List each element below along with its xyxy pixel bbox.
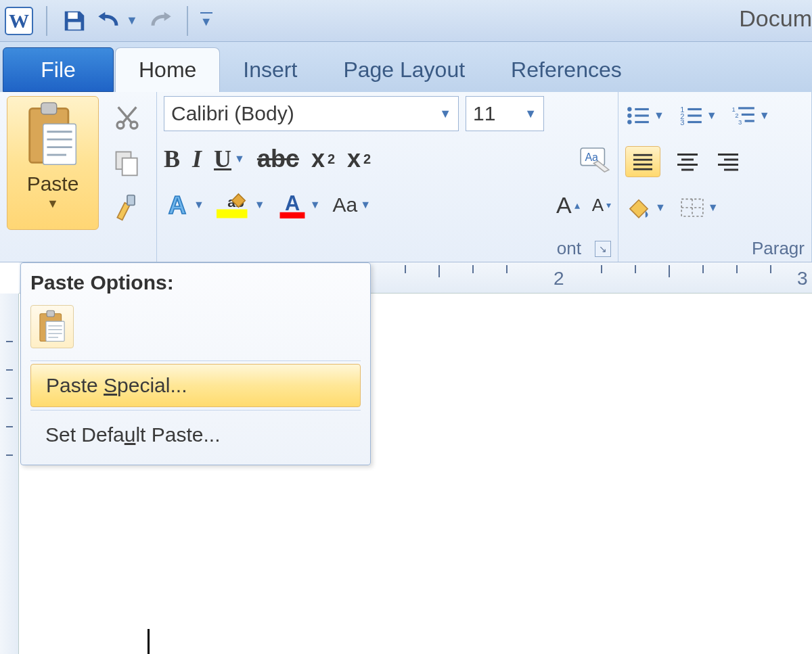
menu-divider	[30, 410, 361, 411]
copy-button[interactable]	[108, 144, 146, 182]
vertical-ruler[interactable]	[0, 294, 19, 654]
font-name-value: Calibri (Body)	[171, 102, 294, 125]
grow-font-button[interactable]: A▴	[556, 192, 580, 218]
font-color-button[interactable]: A▼	[277, 191, 321, 218]
svg-rect-15	[127, 195, 135, 206]
bullets-button[interactable]: ▼	[625, 104, 664, 127]
tab-file[interactable]: File	[3, 47, 114, 92]
separator	[187, 6, 188, 36]
paste-options-title: Paste Options:	[30, 271, 361, 294]
save-button[interactable]	[60, 6, 89, 36]
superscript-button[interactable]: x2	[347, 145, 371, 173]
svg-text:A: A	[168, 191, 186, 218]
group-paragraph: ▼ 123▼ 123▼ ▼ ▼	[618, 92, 812, 262]
svg-text:A: A	[285, 191, 300, 215]
ribbon-tab-strip: File Home Insert Page Layout References	[0, 42, 812, 92]
paintbrush-icon	[112, 193, 142, 223]
svg-point-27	[627, 120, 631, 124]
eraser-icon: Aa	[579, 145, 611, 172]
text-effects-button[interactable]: A▼	[164, 191, 204, 218]
paste-option-keep-text[interactable]	[30, 305, 74, 348]
align-right-button[interactable]	[715, 151, 742, 172]
ribbon: Paste ▼ Calibri (Body) ▼	[0, 92, 812, 262]
scissors-icon	[114, 105, 141, 132]
font-size-combo[interactable]: 11 ▼	[466, 96, 544, 131]
svg-rect-2	[68, 12, 78, 18]
svg-rect-57	[47, 310, 54, 317]
group-clipboard: Paste ▼	[0, 92, 157, 262]
menu-item-paste-special[interactable]: Paste Special...	[30, 364, 361, 407]
menu-item-label: Paste Special...	[46, 374, 187, 397]
tab-home[interactable]: Home	[115, 47, 220, 92]
highlight-button[interactable]: ab▼	[217, 191, 265, 218]
borders-icon	[679, 196, 705, 219]
tab-page-layout[interactable]: Page Layout	[320, 47, 488, 92]
clipboard-small-icon	[37, 309, 68, 344]
text-effects-icon: A	[164, 191, 191, 218]
paste-dropdown-icon[interactable]: ▼	[47, 197, 59, 211]
strikethrough-button[interactable]: abc	[257, 145, 299, 173]
svg-rect-22	[279, 212, 304, 218]
svg-rect-58	[46, 321, 64, 341]
paste-options-menu: Paste Options: Paste Special... Set Defa…	[20, 262, 371, 465]
customize-qat-button[interactable]: ▼	[200, 6, 212, 36]
change-case-button[interactable]: Aa▼	[333, 193, 371, 216]
bold-button[interactable]: B	[164, 145, 180, 173]
chevron-down-icon: ▼	[524, 107, 537, 121]
svg-rect-3	[68, 22, 81, 29]
underline-button[interactable]: U▼	[214, 145, 245, 173]
title-bar: W ▼ ▼ Docum	[0, 0, 812, 42]
subscript-button[interactable]: x2	[311, 145, 335, 173]
font-color-icon: A	[277, 191, 307, 218]
align-justify-button[interactable]	[625, 146, 660, 177]
align-justify-icon	[631, 152, 654, 171]
align-center-icon	[674, 151, 701, 172]
multilevel-icon: 123	[731, 104, 757, 127]
svg-rect-5	[41, 103, 57, 114]
paragraph-group-label: Paragr	[752, 238, 805, 259]
paste-button[interactable]: Paste ▼	[7, 96, 99, 230]
clipboard-icon	[23, 101, 83, 168]
font-name-combo[interactable]: Calibri (Body) ▼	[164, 96, 459, 131]
document-title: Docum	[739, 5, 812, 32]
highlight-icon: ab	[217, 191, 252, 218]
numbering-button[interactable]: 123▼	[678, 104, 717, 127]
italic-button[interactable]: I	[192, 145, 202, 173]
format-painter-button[interactable]	[108, 189, 146, 227]
undo-dropdown-icon[interactable]: ▼	[126, 14, 138, 28]
svg-rect-14	[122, 158, 137, 176]
numbering-icon: 123	[678, 104, 704, 127]
ruler-number: 3	[797, 268, 808, 289]
align-center-button[interactable]	[674, 151, 701, 172]
ruler-number: 2	[554, 268, 564, 289]
svg-rect-6	[43, 124, 76, 164]
svg-point-23	[627, 107, 631, 111]
cut-button[interactable]	[108, 99, 146, 137]
shrink-font-button[interactable]: A▾	[592, 195, 611, 216]
clear-formatting-button[interactable]: Aa	[579, 145, 611, 172]
tab-insert[interactable]: Insert	[220, 47, 320, 92]
multilevel-list-button[interactable]: 123▼	[731, 104, 770, 127]
menu-divider	[30, 360, 361, 361]
font-group-label: ont	[557, 238, 581, 259]
separator	[46, 6, 47, 36]
app-icon[interactable]: W	[4, 6, 34, 36]
svg-point-25	[627, 114, 631, 118]
group-font: Calibri (Body) ▼ 11 ▼ B I U▼ abc x2 x2 A…	[157, 92, 618, 262]
tab-references[interactable]: References	[488, 47, 645, 92]
borders-button[interactable]: ▼	[679, 196, 719, 219]
menu-item-set-default-paste[interactable]: Set Default Paste...	[30, 413, 361, 457]
text-cursor	[148, 629, 150, 654]
shading-button[interactable]: ▼	[625, 195, 666, 220]
svg-text:W: W	[9, 9, 29, 32]
redo-button[interactable]	[145, 6, 175, 36]
copy-icon	[112, 148, 142, 178]
font-dialog-launcher[interactable]: ↘	[595, 241, 611, 257]
quick-access-toolbar: W ▼ ▼	[4, 6, 212, 36]
svg-text:3: 3	[738, 118, 742, 126]
bullets-icon	[625, 104, 651, 127]
undo-button[interactable]: ▼	[96, 6, 138, 36]
menu-item-label: Set Default Paste...	[45, 423, 220, 446]
chevron-down-icon: ▼	[439, 107, 451, 121]
font-size-value: 11	[473, 102, 495, 125]
